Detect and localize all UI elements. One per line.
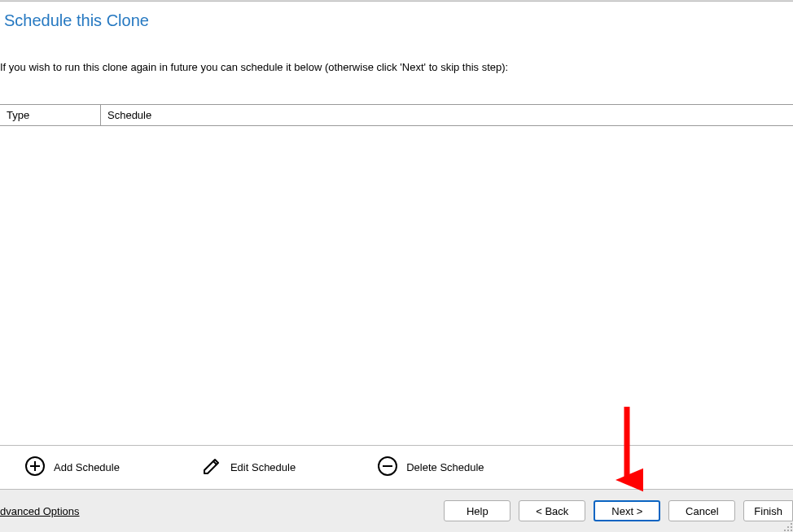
pencil-icon <box>201 456 222 479</box>
page-title: Schedule this Clone <box>4 11 793 30</box>
col-header-type[interactable]: Type <box>0 105 101 125</box>
col-header-schedule[interactable]: Schedule <box>101 105 793 125</box>
schedule-table: Type Schedule <box>0 104 793 126</box>
plus-circle-icon <box>24 456 46 479</box>
delete-schedule-label: Delete Schedule <box>406 461 484 473</box>
add-schedule-label: Add Schedule <box>54 461 120 473</box>
edit-schedule-button[interactable]: Edit Schedule <box>201 456 296 479</box>
back-button[interactable]: < Back <box>519 500 585 521</box>
action-bar: Add Schedule Edit Schedule Delete Schedu… <box>0 445 793 490</box>
description-text: If you wish to run this clone again in f… <box>0 30 793 73</box>
help-button[interactable]: Help <box>444 500 510 521</box>
footer: dvanced Options Help < Back Next > Cance… <box>0 490 793 532</box>
advanced-options-link[interactable]: dvanced Options <box>0 505 80 517</box>
table-header-row: Type Schedule <box>0 105 793 126</box>
header: Schedule this Clone <box>0 2 793 30</box>
cancel-button[interactable]: Cancel <box>668 500 735 521</box>
delete-schedule-button[interactable]: Delete Schedule <box>377 456 484 479</box>
add-schedule-button[interactable]: Add Schedule <box>24 456 120 479</box>
finish-button[interactable]: Finish <box>743 500 793 521</box>
edit-schedule-label: Edit Schedule <box>230 461 296 473</box>
resize-grip[interactable] <box>782 521 793 532</box>
minus-circle-icon <box>377 456 398 479</box>
next-button[interactable]: Next > <box>594 500 660 521</box>
